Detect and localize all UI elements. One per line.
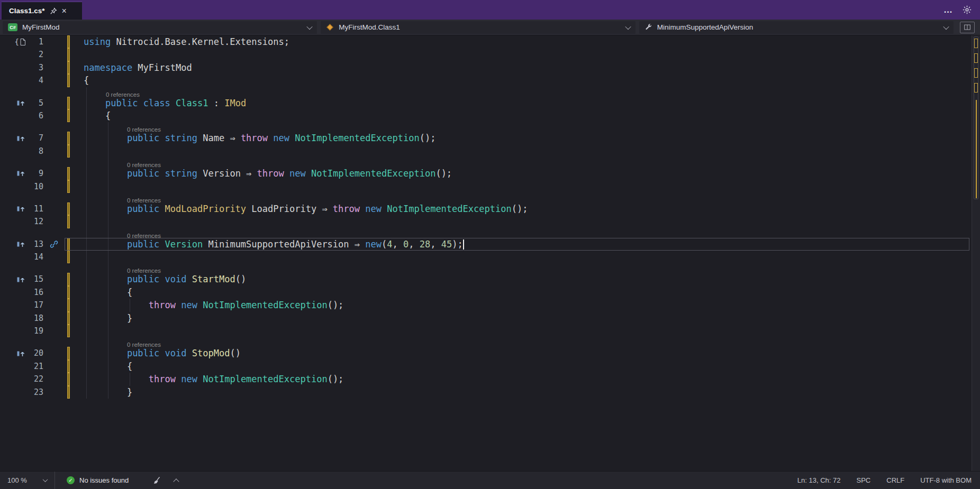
code-text[interactable]: {: [70, 74, 972, 87]
codelens-row: 0 references: [0, 193, 972, 202]
encoding[interactable]: UTF-8 with BOM: [920, 476, 972, 484]
code-text[interactable]: {: [70, 286, 972, 299]
line-number[interactable]: 21: [28, 360, 43, 373]
code-text[interactable]: [70, 325, 972, 337]
split-window-button[interactable]: [960, 22, 975, 33]
code-text[interactable]: public string Version ⇒ throw new NotImp…: [70, 167, 972, 180]
line-number[interactable]: [28, 87, 43, 97]
line-number[interactable]: 15: [28, 273, 43, 285]
codelens-cell[interactable]: 0 references: [70, 158, 972, 167]
line-number[interactable]: 9: [28, 167, 43, 180]
member-dropdown[interactable]: MinimumSupportedApiVersion: [639, 21, 954, 34]
line-number[interactable]: 5: [28, 97, 43, 109]
code-text[interactable]: public string Name ⇒ throw new NotImplem…: [70, 132, 972, 144]
codelens-cell[interactable]: 0 references: [70, 87, 972, 97]
line-number[interactable]: 20: [28, 347, 43, 359]
code-line: 14: [0, 251, 972, 263]
code-text[interactable]: [70, 48, 972, 61]
pin-icon[interactable]: [50, 7, 57, 15]
line-number[interactable]: 3: [28, 61, 43, 74]
caret-position[interactable]: Ln: 13, Ch: 72: [797, 476, 841, 484]
gutter-icons: {: [0, 35, 28, 48]
zoom-control[interactable]: 100 %: [0, 472, 55, 489]
code-token: {: [84, 75, 89, 86]
space-mode[interactable]: SPC: [857, 476, 871, 484]
inheritance-implements-icon[interactable]: [17, 99, 25, 107]
close-icon[interactable]: ×: [62, 7, 67, 15]
line-number[interactable]: [28, 193, 43, 202]
code-text[interactable]: [70, 180, 972, 193]
code-text[interactable]: public class Class1 : IMod: [70, 97, 972, 109]
line-number[interactable]: 19: [28, 325, 43, 337]
type-dropdown[interactable]: MyFirstMod.Class1: [321, 21, 635, 34]
code-text[interactable]: public Version MinimumSupportedApiVersio…: [70, 238, 972, 251]
line-number[interactable]: 16: [28, 286, 43, 299]
code-text[interactable]: {: [70, 360, 972, 373]
editor[interactable]: {1using Nitrocid.Base.Kernel.Extensions;…: [0, 35, 980, 471]
inheritance-implements-icon[interactable]: [17, 135, 25, 142]
line-number[interactable]: 12: [28, 215, 43, 228]
inheritance-implements-icon[interactable]: [17, 170, 25, 177]
line-number[interactable]: 14: [28, 251, 43, 263]
code-text[interactable]: using Nitrocid.Base.Kernel.Extensions;: [70, 35, 972, 48]
glyph-margin: [43, 167, 65, 180]
line-number[interactable]: [28, 158, 43, 167]
titlebar-actions: …: [943, 0, 980, 20]
line-number[interactable]: 2: [28, 48, 43, 61]
line-number[interactable]: 6: [28, 109, 43, 122]
code-text[interactable]: [70, 145, 972, 158]
line-number[interactable]: 11: [28, 202, 43, 215]
code-text[interactable]: throw new NotImplementedException();: [70, 299, 972, 311]
line-number[interactable]: [28, 263, 43, 273]
line-number[interactable]: [28, 228, 43, 238]
inheritance-implements-icon[interactable]: [17, 276, 25, 283]
code-cleanup-icon[interactable]: [153, 476, 162, 485]
line-number[interactable]: 7: [28, 132, 43, 144]
inheritance-implements-icon[interactable]: [17, 205, 25, 213]
change-margin: [65, 61, 70, 74]
code-text[interactable]: }: [70, 312, 972, 325]
issues-indicator[interactable]: ✓ No issues found: [67, 476, 129, 484]
code-line: 16 {: [0, 286, 972, 299]
line-number[interactable]: 13: [28, 238, 43, 251]
code-line: 13 public Version MinimumSupportedApiVer…: [0, 238, 972, 251]
line-number[interactable]: 17: [28, 299, 43, 311]
inheritance-implements-icon[interactable]: [17, 241, 25, 248]
line-number[interactable]: 18: [28, 312, 43, 325]
code-text[interactable]: public void StopMod(): [70, 347, 972, 359]
codelens-cell[interactable]: 0 references: [70, 263, 972, 273]
line-number[interactable]: [28, 122, 43, 132]
code-text[interactable]: [70, 215, 972, 228]
indent-guide: [86, 312, 87, 325]
link-icon[interactable]: [50, 240, 58, 248]
line-number[interactable]: 8: [28, 145, 43, 158]
tab-class1[interactable]: Class1.cs* ×: [2, 2, 82, 20]
vertical-scrollbar[interactable]: [972, 35, 980, 471]
line-ending[interactable]: CRLF: [886, 476, 904, 484]
line-number[interactable]: 10: [28, 180, 43, 193]
project-dropdown[interactable]: C# MyFirstMod: [3, 21, 317, 34]
gear-icon[interactable]: [963, 5, 972, 14]
code-text[interactable]: [70, 251, 972, 263]
line-number[interactable]: 1: [28, 35, 43, 48]
change-margin: [65, 167, 70, 180]
inheritance-implements-icon[interactable]: [17, 350, 25, 357]
line-number[interactable]: 4: [28, 74, 43, 87]
codelens-cell[interactable]: 0 references: [70, 122, 972, 132]
code-text[interactable]: throw new NotImplementedException();: [70, 373, 972, 385]
line-number[interactable]: 23: [28, 386, 43, 399]
code-text[interactable]: public void StartMod(): [70, 273, 972, 285]
line-number[interactable]: 22: [28, 373, 43, 385]
line-number[interactable]: [28, 337, 43, 347]
code-text[interactable]: public ModLoadPriority LoadPriority ⇒ th…: [70, 202, 972, 215]
code-text[interactable]: }: [70, 386, 972, 399]
code-text[interactable]: {: [70, 109, 972, 122]
codelens-cell[interactable]: 0 references: [70, 228, 972, 238]
codelens-cell[interactable]: 0 references: [70, 193, 972, 202]
chevron-up-icon[interactable]: [174, 478, 179, 484]
more-options-icon[interactable]: …: [943, 5, 953, 15]
code-text[interactable]: namespace MyFirstMod: [70, 61, 972, 74]
codelens-cell[interactable]: 0 references: [70, 337, 972, 347]
code-token: [84, 133, 127, 143]
change-margin: [65, 87, 70, 97]
